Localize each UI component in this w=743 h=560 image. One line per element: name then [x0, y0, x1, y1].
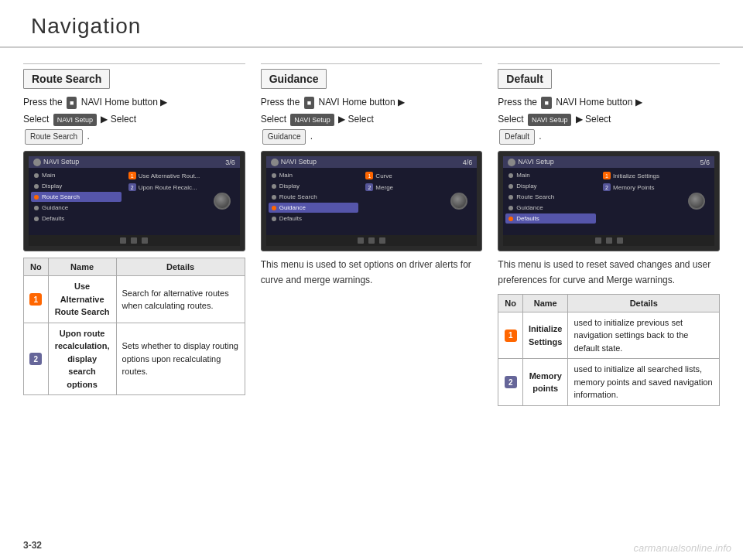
content-area: Route Search Press the ■ NAVI Home butto… — [0, 63, 743, 406]
menu-item-guidance-1: Guidance — [31, 203, 122, 213]
route-search-screenshot: NAVI Setup 3/6 Main Display Route Search… — [23, 151, 245, 251]
navi-bar-3: NAVI Setup 5/6 — [503, 156, 714, 168]
page-title: Navigation — [31, 14, 712, 39]
guidance-section: Guidance Press the ■ NAVI Home button ▶ … — [261, 63, 483, 292]
navi-bar-page-2: 4/6 — [463, 159, 473, 166]
menu-item-main-3: Main — [505, 170, 596, 180]
screen-knob-3 — [688, 193, 705, 210]
screen-bottom-bar-2 — [266, 235, 478, 246]
option-num-2-1: 2 — [128, 183, 136, 191]
menu-item-route-search-3: Route Search — [505, 192, 596, 202]
menu-item-defaults-1: Defaults — [31, 213, 122, 224]
table-header-no-3: No — [498, 294, 523, 312]
option-2-2: 2 Merge — [363, 182, 474, 193]
navi-home-icon-3: ■ — [541, 97, 551, 109]
option-num-2-3: 2 — [603, 183, 611, 191]
row-num-cell-2: 2 — [24, 323, 49, 395]
menu-item-display-3: Display — [505, 181, 596, 191]
table-header-details-3: Details — [568, 294, 720, 312]
navi-bar-title-1: NAVI Setup — [33, 158, 79, 166]
option-1-1: 1 Use Alternative Rout... — [126, 170, 238, 181]
default-badge: Default — [499, 129, 535, 145]
table-row: 2 Upon routerecalculation,display search… — [24, 323, 245, 395]
option-num-1-3: 1 — [603, 172, 611, 179]
table-header-details-1: Details — [116, 258, 245, 276]
table-header-name-1: Name — [48, 258, 116, 276]
default-instruction-3: Default . — [498, 129, 720, 145]
default-description: This menu is used to reset saved changes… — [498, 258, 720, 287]
screen-bottom-bar-1 — [29, 235, 240, 246]
page-header: Navigation — [0, 0, 743, 48]
navi-setup-badge-3: NAVI Setup — [528, 114, 571, 126]
screen-menu-3: Main Display Route Search Guidance Defau… — [503, 168, 598, 235]
navi-bar-1: NAVI Setup 3/6 — [29, 156, 240, 168]
route-search-instruction-3: Route Search . — [23, 129, 245, 145]
section-divider-2 — [261, 63, 483, 64]
navi-setup-badge-2: NAVI Setup — [290, 114, 334, 126]
option-num-1-2: 1 — [365, 172, 373, 179]
guidance-heading: Guidance — [261, 69, 327, 89]
section-divider-3 — [498, 63, 720, 64]
row-name-cell-d2: Memorypoints — [523, 359, 568, 406]
menu-item-main-2: Main — [269, 170, 359, 180]
watermark: carmanualsonline.info — [634, 542, 731, 554]
page-number: 3-32 — [23, 540, 42, 551]
row-num-cell-d1: 1 — [498, 312, 523, 359]
navi-setup-badge-1: NAVI Setup — [53, 114, 97, 126]
screen-knob-2 — [450, 193, 467, 210]
route-search-heading: Route Search — [23, 69, 110, 89]
screen-menu-2: Main Display Route Search Guidance Defau… — [266, 168, 361, 235]
route-search-section: Route Search Press the ■ NAVI Home butto… — [23, 63, 245, 395]
default-heading: Default — [498, 69, 551, 89]
screen-knob-1 — [214, 193, 231, 210]
menu-item-defaults-3: Defaults — [505, 213, 596, 224]
menu-item-route-search-2: Route Search — [269, 192, 359, 202]
guidance-instruction-1: Press the ■ NAVI Home button ▶ — [261, 95, 483, 110]
route-search-badge: Route Search — [25, 129, 83, 145]
row-num-badge-1: 1 — [29, 293, 42, 306]
default-section: Default Press the ■ NAVI Home button ▶ S… — [498, 63, 720, 406]
menu-item-guidance-3: Guidance — [505, 203, 596, 213]
navi-home-icon-2: ■ — [304, 97, 314, 109]
default-table: No Name Details 1 InitializeSettings use… — [498, 294, 720, 406]
row-name-cell-2: Upon routerecalculation,display searchop… — [48, 323, 116, 395]
default-screenshot: NAVI Setup 5/6 Main Display Route Search… — [498, 151, 720, 251]
row-details-cell-d1: used to initialize previous set navigati… — [568, 312, 720, 359]
menu-item-display-1: Display — [31, 181, 122, 191]
route-search-instruction-1: Press the ■ NAVI Home button ▶ — [23, 95, 245, 110]
menu-item-display-2: Display — [269, 181, 359, 191]
option-2-1: 2 Upon Route Recalc... — [126, 182, 238, 193]
screen-menu-1: Main Display Route Search Guidance Defau… — [29, 168, 124, 235]
guidance-instruction-2: Select NAVI Setup ▶ Select — [261, 112, 483, 127]
option-num-1-1: 1 — [128, 172, 136, 179]
option-1-2: 1 Curve — [363, 170, 474, 181]
option-1-3: 1 Initialize Settings — [601, 170, 712, 181]
default-instruction-1: Press the ■ NAVI Home button ▶ — [498, 95, 720, 110]
menu-item-main-1: Main — [31, 170, 122, 180]
row-num-cell-d2: 2 — [498, 359, 523, 406]
row-details-cell-2: Sets whether to display routing options … — [116, 323, 245, 395]
menu-item-route-search-1: Route Search — [31, 192, 122, 202]
guidance-instruction-3: Guidance . — [261, 129, 483, 145]
menu-item-defaults-2: Defaults — [269, 213, 359, 224]
menu-item-guidance-2: Guidance — [269, 203, 359, 213]
default-instruction-2: Select NAVI Setup ▶ Select — [498, 112, 720, 127]
option-num-2-2: 2 — [365, 183, 373, 191]
row-details-cell-1: Search for alternative routes when calcu… — [116, 276, 245, 323]
table-row: 1 InitializeSettings used to initialize … — [498, 312, 720, 359]
navi-bar-title-3: NAVI Setup — [508, 158, 553, 166]
table-row: 2 Memorypoints used to initialize all se… — [498, 359, 720, 406]
table-header-no-1: No — [24, 258, 49, 276]
route-search-instruction-2: Select NAVI Setup ▶ Select — [23, 112, 245, 127]
section-divider-1 — [23, 63, 245, 64]
table-row: 1 UseAlternativeRoute Search Search for … — [24, 276, 245, 323]
navi-home-icon-1: ■ — [67, 97, 77, 109]
row-num-badge-d2: 2 — [505, 376, 517, 388]
table-header-name-3: Name — [523, 294, 568, 312]
guidance-badge: Guidance — [262, 129, 306, 145]
navi-bar-page-1: 3/6 — [225, 159, 235, 166]
row-num-badge-2: 2 — [29, 353, 42, 365]
row-num-cell-1: 1 — [24, 276, 49, 323]
navi-bar-page-3: 5/6 — [700, 159, 710, 166]
row-num-badge-d1: 1 — [505, 330, 517, 342]
